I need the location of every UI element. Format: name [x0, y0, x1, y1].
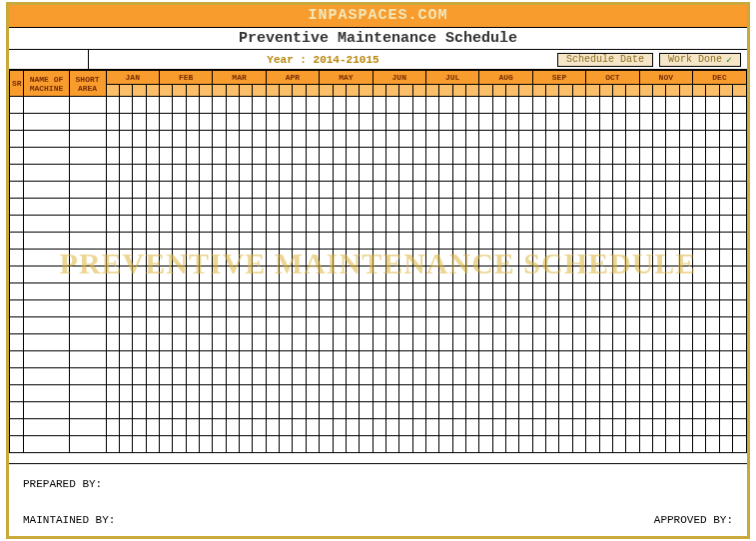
- cell-week[interactable]: [519, 419, 532, 436]
- cell-week[interactable]: [506, 368, 519, 385]
- cell-week[interactable]: [306, 385, 319, 402]
- cell-week[interactable]: [253, 368, 266, 385]
- cell-week[interactable]: [626, 250, 639, 267]
- cell-name[interactable]: [24, 436, 69, 453]
- cell-week[interactable]: [213, 402, 226, 419]
- cell-week[interactable]: [173, 165, 186, 182]
- cell-week[interactable]: [425, 351, 438, 368]
- cell-week[interactable]: [559, 216, 572, 233]
- cell-week[interactable]: [599, 385, 612, 402]
- cell-week[interactable]: [733, 300, 747, 317]
- cell-week[interactable]: [373, 165, 385, 182]
- cell-week[interactable]: [333, 283, 346, 300]
- cell-week[interactable]: [320, 182, 333, 199]
- cell-week[interactable]: [320, 97, 333, 114]
- cell-week[interactable]: [146, 165, 159, 182]
- cell-week[interactable]: [439, 317, 452, 334]
- cell-week[interactable]: [306, 114, 319, 131]
- cell-week[interactable]: [360, 385, 373, 402]
- cell-week[interactable]: [199, 351, 212, 368]
- cell-week[interactable]: [532, 114, 545, 131]
- cell-week[interactable]: [346, 317, 359, 334]
- cell-week[interactable]: [733, 216, 747, 233]
- cell-week[interactable]: [425, 131, 438, 148]
- cell-week[interactable]: [626, 402, 639, 419]
- cell-week[interactable]: [439, 131, 452, 148]
- cell-week[interactable]: [159, 351, 172, 368]
- cell-sr[interactable]: [10, 131, 24, 148]
- cell-week[interactable]: [492, 368, 505, 385]
- cell-week[interactable]: [119, 334, 132, 351]
- cell-week[interactable]: [666, 317, 679, 334]
- cell-week[interactable]: [320, 233, 333, 250]
- cell-week[interactable]: [719, 317, 732, 334]
- cell-week[interactable]: [146, 368, 159, 385]
- cell-week[interactable]: [639, 233, 652, 250]
- cell-week[interactable]: [679, 334, 692, 351]
- cell-week[interactable]: [173, 250, 186, 267]
- cell-week[interactable]: [532, 368, 545, 385]
- cell-week[interactable]: [119, 182, 132, 199]
- cell-week[interactable]: [666, 114, 679, 131]
- cell-week[interactable]: [320, 267, 333, 283]
- cell-week[interactable]: [546, 283, 559, 300]
- cell-week[interactable]: [186, 402, 199, 419]
- cell-week[interactable]: [519, 199, 532, 216]
- cell-week[interactable]: [693, 131, 706, 148]
- cell-week[interactable]: [119, 300, 132, 317]
- cell-week[interactable]: [666, 267, 679, 283]
- cell-week[interactable]: [106, 182, 119, 199]
- cell-week[interactable]: [612, 267, 625, 283]
- cell-week[interactable]: [226, 385, 239, 402]
- cell-week[interactable]: [146, 300, 159, 317]
- cell-week[interactable]: [385, 250, 398, 267]
- cell-week[interactable]: [612, 419, 625, 436]
- cell-area[interactable]: [69, 317, 106, 334]
- cell-week[interactable]: [733, 267, 747, 283]
- cell-week[interactable]: [320, 402, 333, 419]
- cell-week[interactable]: [492, 182, 505, 199]
- cell-week[interactable]: [439, 368, 452, 385]
- cell-week[interactable]: [293, 165, 306, 182]
- cell-week[interactable]: [719, 334, 732, 351]
- cell-week[interactable]: [706, 131, 719, 148]
- cell-week[interactable]: [492, 385, 505, 402]
- cell-week[interactable]: [346, 402, 359, 419]
- cell-week[interactable]: [399, 97, 412, 114]
- cell-week[interactable]: [652, 267, 665, 283]
- cell-week[interactable]: [599, 334, 612, 351]
- cell-week[interactable]: [479, 351, 492, 368]
- cell-week[interactable]: [639, 419, 652, 436]
- cell-week[interactable]: [412, 216, 425, 233]
- cell-week[interactable]: [280, 385, 293, 402]
- cell-week[interactable]: [666, 131, 679, 148]
- cell-area[interactable]: [69, 250, 106, 267]
- cell-week[interactable]: [346, 165, 359, 182]
- cell-week[interactable]: [173, 114, 186, 131]
- cell-week[interactable]: [106, 267, 119, 283]
- cell-week[interactable]: [346, 131, 359, 148]
- cell-week[interactable]: [733, 182, 747, 199]
- cell-week[interactable]: [572, 334, 585, 351]
- cell-week[interactable]: [719, 351, 732, 368]
- cell-week[interactable]: [119, 114, 132, 131]
- cell-week[interactable]: [119, 317, 132, 334]
- cell-week[interactable]: [506, 351, 519, 368]
- cell-week[interactable]: [226, 419, 239, 436]
- cell-week[interactable]: [280, 419, 293, 436]
- cell-week[interactable]: [240, 165, 253, 182]
- cell-week[interactable]: [346, 267, 359, 283]
- cell-week[interactable]: [452, 300, 465, 317]
- cell-week[interactable]: [293, 216, 306, 233]
- cell-week[interactable]: [119, 233, 132, 250]
- cell-week[interactable]: [599, 402, 612, 419]
- cell-week[interactable]: [492, 131, 505, 148]
- cell-week[interactable]: [733, 351, 747, 368]
- cell-week[interactable]: [719, 419, 732, 436]
- cell-week[interactable]: [280, 114, 293, 131]
- cell-name[interactable]: [24, 199, 69, 216]
- cell-week[interactable]: [572, 131, 585, 148]
- cell-week[interactable]: [133, 131, 146, 148]
- cell-week[interactable]: [119, 436, 132, 453]
- cell-sr[interactable]: [10, 368, 24, 385]
